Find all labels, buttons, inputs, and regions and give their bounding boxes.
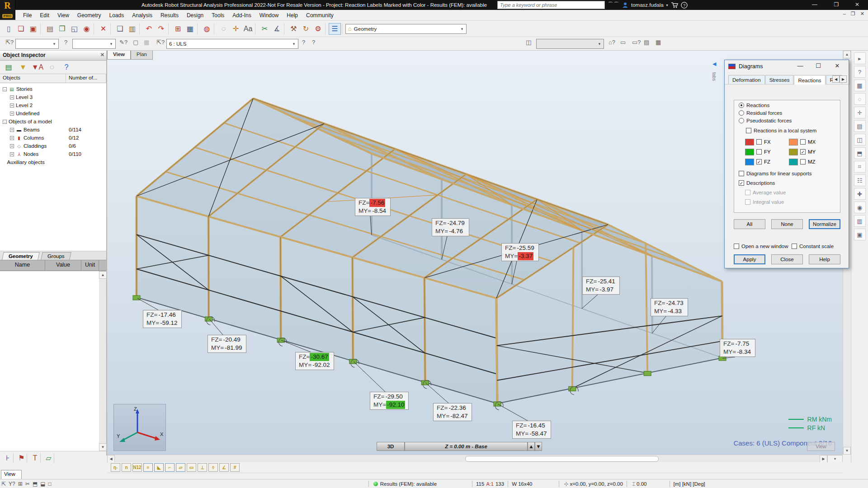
checkbox-constant-scale[interactable]: Constant scale bbox=[792, 244, 834, 249]
help-button[interactable]: Help bbox=[809, 254, 840, 264]
viewport-tab-view[interactable]: View bbox=[107, 51, 131, 60]
zoom-view-icon[interactable]: ◌ bbox=[217, 23, 230, 35]
menu-add-ins[interactable]: Add-Ins bbox=[228, 10, 255, 20]
dropdown-icon[interactable]: ▾ bbox=[291, 41, 297, 47]
tree-expander-icon[interactable]: + bbox=[10, 136, 14, 140]
flag-icon[interactable]: ⚑ bbox=[16, 453, 27, 463]
checkbox-open-a-new-window[interactable]: Open a new window bbox=[734, 244, 788, 249]
horizontal-scrollbar[interactable]: ◀ ▶ ▾ bbox=[107, 455, 843, 462]
undo-icon[interactable]: ↶ bbox=[143, 23, 155, 35]
paste-icon[interactable]: ▥ bbox=[126, 23, 138, 35]
checkbox-icon[interactable] bbox=[756, 149, 762, 155]
collapse-panel-icon[interactable]: ◀ bbox=[712, 61, 716, 67]
print-icon[interactable]: ▤ bbox=[44, 23, 56, 35]
menu-design[interactable]: Design bbox=[183, 10, 208, 20]
right-toolbar-icon[interactable]: ? bbox=[854, 66, 866, 78]
inactive-view-tab[interactable]: View bbox=[807, 442, 835, 451]
right-toolbar-icon[interactable]: ✚ bbox=[854, 188, 866, 200]
tree-expander-icon[interactable]: - bbox=[3, 120, 7, 124]
snap-icon[interactable]: # bbox=[230, 463, 240, 472]
bar-selection-combo[interactable]: ▾ bbox=[72, 39, 116, 49]
result-tool-icon[interactable]: ⌂? bbox=[609, 39, 615, 46]
node-selection-combo[interactable]: ▾ bbox=[15, 39, 59, 49]
status-tool-icon[interactable]: ⊞ bbox=[18, 481, 23, 487]
right-toolbar-icon[interactable]: ⌗ bbox=[854, 161, 866, 173]
snap-icon[interactable]: ≡ bbox=[143, 463, 153, 472]
menu-analysis[interactable]: Analysis bbox=[128, 10, 156, 20]
checkbox-icon[interactable] bbox=[800, 159, 806, 164]
correct-model-icon[interactable]: ⚒ bbox=[288, 23, 300, 35]
level-down-icon[interactable]: ▼ bbox=[535, 442, 542, 451]
user-icon[interactable] bbox=[622, 2, 628, 8]
redo-icon[interactable]: ↷ bbox=[155, 23, 167, 35]
status-tool-icon[interactable]: ⇱ bbox=[1, 481, 6, 487]
screen-capture-icon[interactable]: ◱ bbox=[68, 23, 80, 35]
calculation-report-icon[interactable]: ▦ bbox=[184, 23, 196, 35]
tree-expander-icon[interactable]: + bbox=[10, 95, 14, 99]
right-toolbar-icon[interactable]: ▦ bbox=[854, 80, 866, 91]
menu-results[interactable]: Results bbox=[156, 10, 183, 20]
case-selection-icon[interactable]: ⇱? bbox=[156, 39, 165, 46]
radio-icon[interactable] bbox=[739, 118, 744, 123]
right-toolbar-icon[interactable]: ◉ bbox=[854, 202, 866, 213]
right-toolbar-icon[interactable]: ▤ bbox=[854, 120, 866, 132]
case-info-icon[interactable]: ? bbox=[312, 39, 315, 46]
menu-window[interactable]: Window bbox=[255, 10, 283, 20]
scroll-up-icon[interactable]: ▲ bbox=[99, 271, 107, 279]
tree-item-objects-of-a-model[interactable]: -Objects of a model bbox=[0, 117, 106, 126]
scroll-down-icon[interactable]: ▼ bbox=[99, 443, 107, 451]
section-shape-icon[interactable]: T bbox=[30, 453, 41, 463]
menu-geometry[interactable]: Geometry bbox=[73, 10, 105, 20]
radio-reactions[interactable]: Reactions bbox=[739, 103, 840, 108]
axis-triad[interactable]: Z X Y bbox=[113, 404, 166, 451]
search-icon[interactable]: ◌ bbox=[47, 61, 57, 73]
user-name[interactable]: tomasz.fudala bbox=[631, 2, 664, 8]
right-toolbar-icon[interactable]: ⬒ bbox=[854, 147, 866, 159]
cart-icon[interactable] bbox=[671, 2, 678, 8]
new-window-icon[interactable]: ▢ bbox=[133, 39, 138, 46]
snap-icon[interactable]: ▱ bbox=[176, 463, 185, 472]
menu-edit[interactable]: Edit bbox=[36, 10, 53, 20]
cursor-coordinates[interactable]: x=0.00, y=0.00, z=0.00 bbox=[570, 481, 623, 487]
dialog-tab-reactions[interactable]: Reactions bbox=[794, 75, 825, 84]
menu-tools[interactable]: Tools bbox=[208, 10, 228, 20]
result-tool-icon[interactable]: ▤ bbox=[644, 39, 649, 46]
binoculars-icon[interactable]: ⌒⌒ bbox=[608, 1, 619, 9]
user-dropdown-icon[interactable]: ▾ bbox=[666, 3, 668, 7]
all-button[interactable]: All bbox=[734, 219, 765, 229]
tree-item-auxiliary-objects[interactable]: Auxiliary objects bbox=[0, 158, 106, 166]
tree-expander-icon[interactable]: + bbox=[10, 128, 14, 132]
result-tool-icon[interactable]: ▭ bbox=[620, 39, 626, 46]
dropdown-icon[interactable]: ▾ bbox=[108, 41, 114, 47]
tree-expander-icon[interactable]: + bbox=[10, 152, 14, 156]
tab-scroll-right-icon[interactable]: ▶ bbox=[840, 75, 847, 83]
checkbox-icon[interactable] bbox=[800, 139, 806, 145]
calculator-icon[interactable]: ⊞ bbox=[172, 23, 184, 35]
dialog-maximize-icon[interactable]: ☐ bbox=[811, 60, 825, 72]
right-toolbar-icon[interactable]: ☷ bbox=[854, 174, 866, 186]
status-tool-icon[interactable]: ⬒ bbox=[33, 481, 38, 487]
tolerance-value[interactable]: 0.00 bbox=[637, 481, 646, 487]
dialog-tab-deformation[interactable]: Deformation bbox=[728, 75, 765, 84]
snap-icon[interactable]: n bbox=[122, 463, 131, 472]
checkbox-diagrams-for-linear-supports[interactable]: Diagrams for linear supports bbox=[739, 171, 840, 176]
search-input[interactable] bbox=[497, 1, 605, 9]
layout-inspector-icon[interactable]: ☰ bbox=[329, 23, 341, 35]
layers-icon[interactable]: ▱ bbox=[43, 453, 54, 463]
save-icon[interactable]: ▣ bbox=[27, 23, 39, 35]
status-tool-icon[interactable]: ✂ bbox=[25, 481, 30, 487]
dropdown-icon[interactable]: ▾ bbox=[459, 26, 465, 32]
checkbox-icon[interactable]: ✓ bbox=[800, 149, 806, 155]
new-project-icon[interactable]: ▯ bbox=[3, 23, 15, 35]
checkbox-icon[interactable]: ✓ bbox=[756, 159, 762, 164]
menu-help[interactable]: Help bbox=[283, 10, 302, 20]
right-toolbar-icon[interactable]: ▸ bbox=[854, 52, 866, 64]
tree-expander-icon[interactable]: - bbox=[3, 87, 7, 91]
bar-selection-icon[interactable]: ? bbox=[64, 39, 67, 46]
tree-item-claddings[interactable]: +◇Claddings0/6 bbox=[0, 142, 106, 150]
result-tool-icon[interactable]: ▭? bbox=[632, 39, 641, 46]
scroll-down-icon[interactable]: ▼ bbox=[843, 447, 851, 455]
right-toolbar-icon[interactable]: ✛ bbox=[854, 107, 866, 118]
help-icon[interactable]: ? bbox=[61, 61, 71, 73]
normalize-button[interactable]: Normalize bbox=[809, 219, 840, 229]
